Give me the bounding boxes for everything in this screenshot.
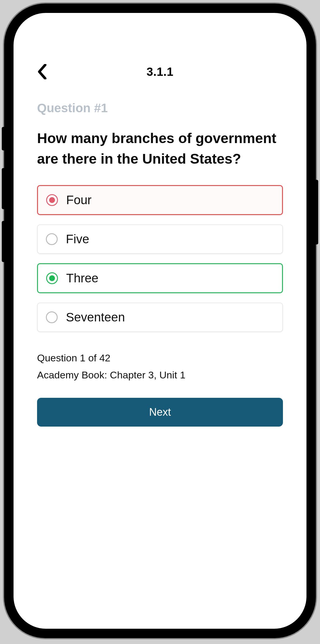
next-button[interactable]: Next — [37, 398, 283, 427]
back-button[interactable] — [37, 64, 48, 79]
question-number-label: Question #1 — [37, 101, 283, 115]
chevron-left-icon — [37, 64, 48, 79]
question-meta: Question 1 of 42 Academy Book: Chapter 3… — [37, 350, 283, 384]
option-seventeen[interactable]: Seventeen — [37, 303, 283, 332]
quiz-card: 3.1.1 Question #1 How many branches of g… — [26, 54, 294, 438]
side-button — [2, 127, 5, 150]
radio-icon — [46, 311, 58, 323]
question-text: How many branches of government are ther… — [37, 128, 283, 169]
option-label: Five — [66, 232, 89, 246]
header-row: 3.1.1 — [37, 60, 283, 83]
volume-up-button — [2, 168, 5, 209]
option-label: Three — [66, 271, 99, 285]
app-content: 3.1.1 Question #1 How many branches of g… — [14, 13, 306, 629]
options-list: Four Five Three Seventeen — [37, 185, 283, 332]
page-title: 3.1.1 — [146, 65, 173, 78]
radio-icon — [46, 272, 58, 284]
screen: 3.1.1 Question #1 How many branches of g… — [14, 13, 306, 629]
option-five[interactable]: Five — [37, 224, 283, 254]
radio-icon — [46, 233, 58, 245]
question-counter: Question 1 of 42 — [37, 350, 283, 367]
volume-down-button — [2, 221, 5, 262]
question-source: Academy Book: Chapter 3, Unit 1 — [37, 367, 283, 384]
option-three[interactable]: Three — [37, 263, 283, 293]
option-four[interactable]: Four — [37, 185, 283, 215]
option-label: Seventeen — [66, 310, 125, 324]
radio-icon — [46, 194, 58, 206]
phone-frame: 3.1.1 Question #1 How many branches of g… — [4, 4, 316, 638]
power-button — [315, 180, 318, 244]
option-label: Four — [66, 193, 91, 207]
